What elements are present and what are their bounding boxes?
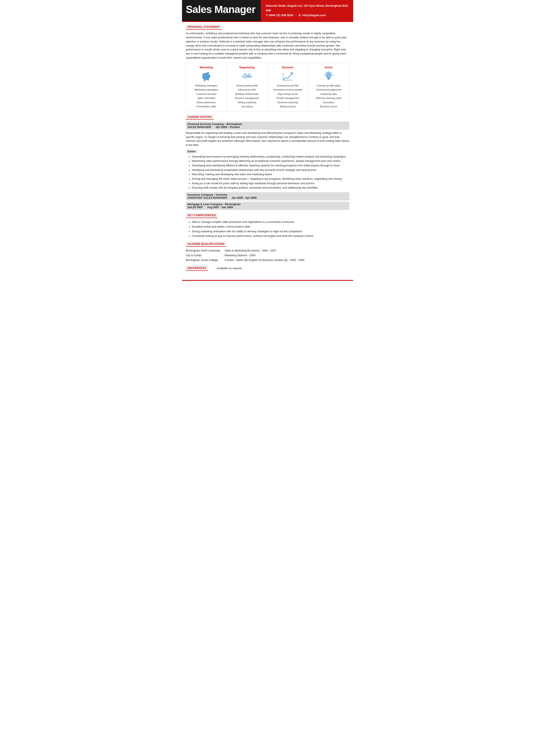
header-contact-block: Deborah Smith, Dayjob Ltd, 120 Vyse Stre… <box>261 0 353 21</box>
svg-rect-8 <box>327 79 330 80</box>
qual-table: Birmingham North University: Sales & Mar… <box>186 249 349 263</box>
contact-phone-email: T: 0044 121 638 0026 - E: info@dayjob.co… <box>266 13 348 18</box>
skill-item: Sales orientated <box>188 96 225 100</box>
skill-col-dynamic: Dynamic Entrepreneurial flair Increasing… <box>268 63 308 111</box>
qual-row-1: Birmingham North University: Sales & Mar… <box>186 249 349 253</box>
personal-statement-text: An enthusiastic, ambitious and professio… <box>186 32 349 60</box>
skills-grid: Marketing Marketing strategies Marketing… <box>186 63 349 112</box>
job2-dates: Jan 2009 - Apr 2009 <box>231 196 256 199</box>
skill-item: Building relationships <box>229 92 266 96</box>
skill-item: Entrepreneurial flair <box>269 84 306 88</box>
job1-title-line: SALES MANAGER Apr 2009 – Present <box>187 126 348 129</box>
smart-icon <box>323 71 334 82</box>
duty-item: Driving and managing the entire sales pr… <box>192 177 349 181</box>
skill-item: Up-selling <box>229 104 266 109</box>
duty-item: Generating new business by leveraging ex… <box>192 154 349 159</box>
skill-item: Business planning <box>269 100 306 105</box>
qual-row-2: City & Guilds: Marketing Diploma - 2004 <box>186 253 349 258</box>
svg-point-3 <box>244 73 246 75</box>
contact-phone: T: 0044 121 638 0026 <box>266 14 293 17</box>
skill-item: Analysing data <box>310 92 348 96</box>
marketing-icon <box>201 71 212 82</box>
career-history-section: CAREER HISTORY Financial Services Compan… <box>186 115 349 210</box>
skill-item: Presentation skills <box>188 104 225 109</box>
bottom-red-divider <box>182 280 353 281</box>
skill-title-dynamic: Dynamic <box>269 66 306 69</box>
skill-item: Business sense <box>310 104 348 109</box>
svg-point-4 <box>248 73 250 75</box>
duty-item: Developing and maintaining efficient & e… <box>192 163 349 168</box>
svg-rect-2 <box>204 79 206 81</box>
skill-col-marketing: Marketing Marketing strategies Marketing… <box>186 63 227 111</box>
job-title: Sales Manager <box>186 4 256 15</box>
svg-marker-0 <box>203 72 209 81</box>
duty-item: Identifying and developing sustainable r… <box>192 168 349 173</box>
references-row: REFERENCES Available on request <box>186 266 349 271</box>
job2-title-line: ASSISTANT SALES MANAGER Jan 2009 - Apr 2… <box>187 196 348 199</box>
competency-item: Strong marketing orientation with the ab… <box>192 229 349 234</box>
job2-company: Insurance Company - Coventry <box>187 193 348 196</box>
svg-rect-1 <box>209 74 210 78</box>
duties-label: Duties <box>186 149 198 154</box>
duty-item: Maximising sales performance through del… <box>192 159 349 163</box>
personal-statement-section: PERSONAL STATEMENT An enthusiastic, ambi… <box>186 25 349 60</box>
skill-item: Writing reports <box>269 104 306 109</box>
job3-title: SALES REP <box>187 206 203 209</box>
career-history-header: CAREER HISTORY <box>186 115 214 120</box>
skill-title-smart: Smart <box>310 66 348 69</box>
svg-line-10 <box>325 72 326 73</box>
job1-header-bar: Financial Services Company - Birmingham … <box>186 122 349 130</box>
competency-item: Able to manage complex sales processes a… <box>192 220 349 225</box>
job1-description: Responsible for organising and leading a… <box>186 130 349 148</box>
header: Sales Manager Deborah Smith, Dayjob Ltd,… <box>182 0 353 21</box>
duty-item: Acting as a role model for junior staff … <box>192 181 349 186</box>
key-competencies-section: KEY COMPETENCIES Able to manage complex … <box>186 213 349 239</box>
job2-header-bar: Insurance Company - Coventry ASSISTANT S… <box>186 192 349 201</box>
skill-title-negotiating: Negotiating <box>229 66 266 69</box>
job3-title-line: SALES REP Aug 2007 - Jan 2009 <box>187 206 348 209</box>
header-title-block: Sales Manager <box>182 0 261 21</box>
skill-item: Innovative <box>310 100 348 105</box>
skill-item: Account management <box>229 96 266 100</box>
qualifications-header: ACADEMI QUALIFICATIONS <box>186 242 226 247</box>
main-content: PERSONAL STATEMENT An enthusiastic, ambi… <box>182 22 353 277</box>
skill-item: Coming up with ideas <box>310 84 348 88</box>
skill-col-smart: Smart Coming up with ideas Commercial ju… <box>308 63 349 111</box>
duty-item: Recruiting, training and developing new … <box>192 172 349 177</box>
dynamic-icon <box>282 71 294 82</box>
job1-duties-list: Generating new business by leveraging ex… <box>186 154 349 190</box>
duty-item: Ensuring staff comply with all company p… <box>192 186 349 190</box>
qual-inst-1: Birmingham North University: <box>186 249 225 253</box>
qual-detail-3: A levels - Maths (B) English (A) Busines… <box>225 258 349 263</box>
skill-item: Effective planning skills <box>310 96 348 100</box>
qual-inst-2: City & Guilds: <box>186 253 225 258</box>
qualifications-section: ACADEMI QUALIFICATIONS Birmingham North … <box>186 242 349 263</box>
svg-line-11 <box>331 72 332 73</box>
qual-row-3: Birmingham South College: A levels - Mat… <box>186 258 349 263</box>
job1-dates: Apr 2009 – Present <box>216 126 240 129</box>
skill-list-smart: Coming up with ideas Commercial judgemen… <box>310 84 348 109</box>
skill-col-negotiating: Negotiating Strong closing skills Influe… <box>227 63 268 111</box>
skill-item: People management <box>269 96 306 100</box>
skill-item: High energy levels <box>269 92 306 96</box>
personal-statement-header: PERSONAL STATEMENT <box>186 25 222 30</box>
skill-item: Customer focused <box>188 92 225 96</box>
skill-list-dynamic: Entrepreneurial flair Increasing revenue… <box>269 84 306 109</box>
skill-item: Commercial judgement <box>310 88 348 92</box>
skill-item: Strong closing skills <box>229 84 266 88</box>
skill-item: Increasing revenue growth <box>269 88 306 92</box>
qual-detail-2: Marketing Diploma - 2004 <box>225 253 349 258</box>
key-competencies-header: KEY COMPETENCIES <box>186 213 218 218</box>
references-section: REFERENCES Available on request <box>186 266 349 271</box>
competency-item: Excellent verbal and written communicati… <box>192 225 349 229</box>
references-header: REFERENCES <box>186 266 208 271</box>
competency-item: Constantly looking at way to improve per… <box>192 234 349 239</box>
skill-list-negotiating: Strong closing skills Influencing skills… <box>229 84 266 109</box>
skill-item: Brand awareness <box>188 100 225 105</box>
skill-title-marketing: Marketing <box>188 66 225 69</box>
skill-list-marketing: Marketing strategies Marketing campaigns… <box>188 84 225 109</box>
contact-email: E: info@dayjob.com <box>299 14 325 17</box>
negotiating-icon <box>241 71 253 82</box>
job3-company: Mortgage & Loan Company - Birmingham <box>187 203 348 206</box>
skill-item: Marketing campaigns <box>188 88 225 92</box>
